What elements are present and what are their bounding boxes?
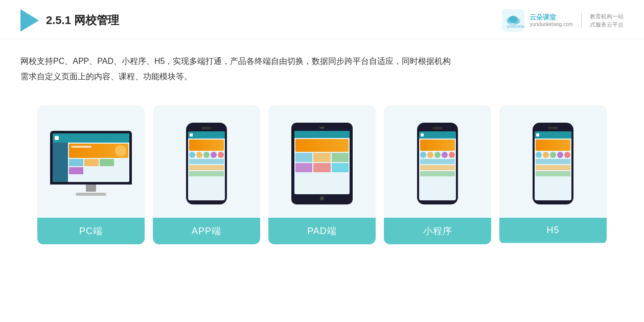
phone-icon xyxy=(203,152,210,158)
brand-name: 云朵课堂 xyxy=(530,13,556,21)
phone-course-card xyxy=(189,159,224,164)
phone-nav-logo-mini xyxy=(421,133,424,136)
tablet-card xyxy=(295,163,312,172)
phone-icon-h5 xyxy=(543,152,549,158)
phone-icon-mini xyxy=(442,152,448,158)
pc-screen-inner xyxy=(53,133,129,182)
logo-triangle-icon xyxy=(20,9,39,32)
app-label: APP端 xyxy=(153,218,260,244)
pad-device-mock xyxy=(291,123,353,204)
pc-banner xyxy=(69,144,128,158)
phone-icon-h5 xyxy=(557,152,563,158)
miniapp-label: 小程序 xyxy=(384,218,491,244)
pc-stand xyxy=(86,185,96,192)
pc-cards-row xyxy=(69,159,128,174)
device-card-pad: PAD端 xyxy=(268,105,376,244)
pc-screen-outer xyxy=(50,131,132,185)
phone-nav-logo-h5 xyxy=(536,133,539,136)
tablet-banner xyxy=(295,139,349,152)
tablet-card xyxy=(332,153,349,162)
phone-body-h5 xyxy=(535,139,571,177)
app-image-area xyxy=(153,105,260,218)
phone-course-card xyxy=(189,165,224,170)
description-line1: 网校支持PC、APP、PAD、小程序、H5，实现多端打通，产品各终端自由切换，数… xyxy=(20,54,624,69)
tablet-btn-bottom xyxy=(320,196,324,200)
phone-frame-miniapp xyxy=(417,123,458,204)
pc-banner-img xyxy=(115,145,126,156)
pc-device-mock xyxy=(50,131,132,196)
tablet-btn-top xyxy=(319,127,325,129)
phone-screen-h5 xyxy=(535,131,571,200)
device-card-pc: PC端 xyxy=(37,105,145,244)
tablet-card xyxy=(313,153,330,162)
tablet-screen xyxy=(294,131,350,194)
phone-frame-app xyxy=(186,123,227,204)
description-block: 网校支持PC、APP、PAD、小程序、H5，实现多端打通，产品各终端自由切换，数… xyxy=(0,39,644,90)
tablet-body xyxy=(294,138,350,173)
pc-label: PC端 xyxy=(37,218,145,244)
phone-body xyxy=(188,139,225,177)
phone-course-card-h5 xyxy=(536,171,570,176)
phone-nav xyxy=(188,131,225,139)
page-title: 2.5.1 网校管理 xyxy=(46,13,119,28)
phone-notch xyxy=(201,127,212,129)
header-right: yunduoketang 云朵课堂 yunduoketang.com 教育机构一… xyxy=(502,9,624,32)
pad-image-area xyxy=(268,105,376,218)
phone-screen xyxy=(188,131,225,200)
phone-icon-mini xyxy=(420,152,426,158)
svg-point-4 xyxy=(509,16,518,23)
phone-icon xyxy=(196,152,202,158)
pc-card-mini xyxy=(69,167,83,174)
phone-banner-mini xyxy=(420,140,455,151)
pc-image-area xyxy=(37,105,145,218)
phone-icon-mini xyxy=(427,152,433,158)
device-card-app: APP端 xyxy=(153,105,260,244)
pc-card-mini xyxy=(69,159,83,166)
pad-label: PAD端 xyxy=(268,218,376,244)
cloud-icon: yunduoketang xyxy=(502,9,524,32)
tablet-nav xyxy=(294,131,350,138)
phone-icons-row xyxy=(189,152,224,158)
phone-banner xyxy=(189,140,224,151)
miniapp-device-mock xyxy=(417,123,458,204)
phone-body-mini xyxy=(419,139,456,177)
brand-text: 云朵课堂 yunduoketang.com xyxy=(530,13,573,28)
tablet-card xyxy=(295,153,312,162)
phone-nav-mini xyxy=(419,131,456,139)
tablet-cards-grid xyxy=(295,153,349,172)
phone-course-card-mini xyxy=(420,171,455,176)
h5-device-mock xyxy=(533,123,573,204)
phone-course-cards xyxy=(189,159,224,176)
phone-icon-mini xyxy=(434,152,441,158)
phone-banner-h5 xyxy=(536,140,570,151)
phone-icon-h5 xyxy=(564,152,570,158)
pc-main xyxy=(68,143,129,182)
pc-screen-body xyxy=(53,143,129,182)
pc-banner-text xyxy=(71,146,91,148)
phone-screen-mini xyxy=(419,131,456,200)
phone-nav-logo xyxy=(190,133,193,136)
phone-icon xyxy=(218,152,224,158)
pc-nav-logo xyxy=(55,136,59,140)
phone-course-card-mini xyxy=(420,159,455,164)
phone-frame-h5 xyxy=(533,123,573,204)
h5-image-area xyxy=(499,105,607,218)
h5-label: H5 xyxy=(499,218,607,243)
header-left: 2.5.1 网校管理 xyxy=(20,9,119,32)
phone-course-cards-h5 xyxy=(536,159,570,176)
page-wrapper: 2.5.1 网校管理 yunduoketang 云朵课堂 xyxy=(0,0,644,322)
device-card-h5: H5 xyxy=(499,105,607,244)
description-line2: 需求自定义页面上的内容、课程、功能模块等。 xyxy=(20,69,624,84)
brand-pinyin: yunduoketang.com xyxy=(530,21,573,28)
phone-course-card-h5 xyxy=(536,165,570,170)
phone-icon xyxy=(189,152,195,158)
phone-icon-mini xyxy=(449,152,455,158)
phone-icon-h5 xyxy=(550,152,556,158)
phone-course-cards-mini xyxy=(420,159,455,176)
tablet-frame xyxy=(291,123,353,204)
phone-notch-h5 xyxy=(548,127,558,129)
phone-course-card-mini xyxy=(420,165,455,170)
header-divider xyxy=(581,13,582,28)
cards-section: PC端 xyxy=(0,90,644,255)
miniapp-image-area xyxy=(384,105,491,218)
